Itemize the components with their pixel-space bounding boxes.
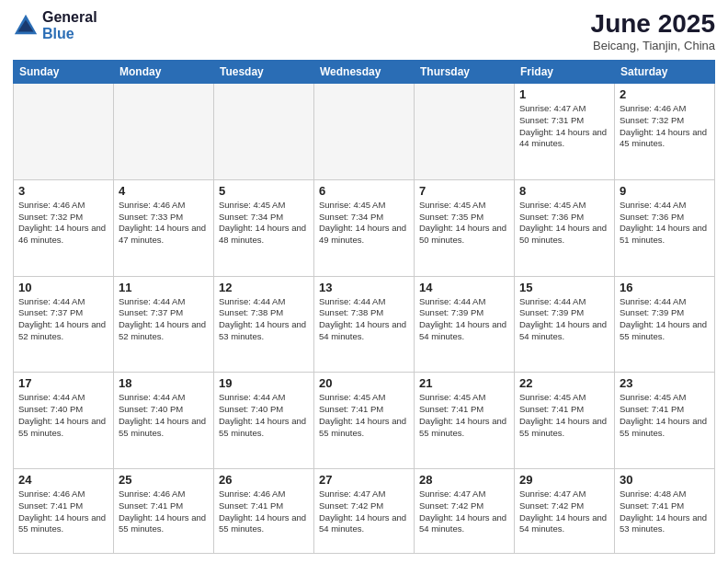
day-number: 4: [119, 184, 209, 198]
day-number: 28: [419, 473, 509, 487]
logo: General Blue: [13, 9, 97, 41]
logo-blue: Blue: [42, 26, 97, 42]
calendar-header-saturday: Saturday: [615, 61, 715, 84]
calendar-header-row: SundayMondayTuesdayWednesdayThursdayFrid…: [14, 61, 715, 84]
day-info: Sunrise: 4:48 AMSunset: 7:41 PMDaylight:…: [620, 488, 710, 535]
calendar: SundayMondayTuesdayWednesdayThursdayFrid…: [13, 60, 715, 554]
day-info: Sunrise: 4:45 AMSunset: 7:41 PMDaylight:…: [620, 392, 710, 439]
calendar-header-wednesday: Wednesday: [314, 61, 415, 84]
calendar-cell: 6Sunrise: 4:45 AMSunset: 7:34 PMDaylight…: [314, 179, 415, 276]
day-info: Sunrise: 4:47 AMSunset: 7:42 PMDaylight:…: [419, 488, 509, 535]
day-info: Sunrise: 4:44 AMSunset: 7:36 PMDaylight:…: [620, 200, 710, 247]
day-number: 25: [119, 473, 209, 487]
day-info: Sunrise: 4:44 AMSunset: 7:38 PMDaylight:…: [319, 296, 409, 343]
day-info: Sunrise: 4:46 AMSunset: 7:33 PMDaylight:…: [119, 200, 209, 247]
day-number: 10: [18, 281, 108, 294]
day-number: 1: [519, 87, 609, 101]
day-number: 23: [620, 376, 710, 390]
day-info: Sunrise: 4:45 AMSunset: 7:34 PMDaylight:…: [319, 200, 409, 247]
day-info: Sunrise: 4:44 AMSunset: 7:37 PMDaylight:…: [119, 296, 209, 343]
day-number: 8: [519, 184, 609, 198]
calendar-header-thursday: Thursday: [415, 61, 515, 84]
calendar-cell: [415, 84, 515, 180]
calendar-cell: 16Sunrise: 4:44 AMSunset: 7:39 PMDayligh…: [615, 276, 715, 373]
day-info: Sunrise: 4:44 AMSunset: 7:40 PMDaylight:…: [119, 392, 209, 439]
day-info: Sunrise: 4:45 AMSunset: 7:41 PMDaylight:…: [319, 392, 409, 439]
calendar-cell: 27Sunrise: 4:47 AMSunset: 7:42 PMDayligh…: [314, 469, 415, 554]
calendar-cell: 18Sunrise: 4:44 AMSunset: 7:40 PMDayligh…: [114, 373, 214, 469]
calendar-header-monday: Monday: [114, 61, 214, 84]
calendar-cell: 23Sunrise: 4:45 AMSunset: 7:41 PMDayligh…: [615, 373, 715, 469]
day-number: 7: [419, 184, 509, 198]
calendar-cell: 5Sunrise: 4:45 AMSunset: 7:34 PMDaylight…: [214, 179, 314, 276]
calendar-cell: 29Sunrise: 4:47 AMSunset: 7:42 PMDayligh…: [515, 469, 615, 554]
calendar-cell: 24Sunrise: 4:46 AMSunset: 7:41 PMDayligh…: [14, 469, 114, 554]
day-info: Sunrise: 4:45 AMSunset: 7:36 PMDaylight:…: [519, 200, 609, 247]
calendar-week-3: 10Sunrise: 4:44 AMSunset: 7:37 PMDayligh…: [14, 276, 715, 373]
page: General Blue June 2025 Beicang, Tianjin,…: [0, 0, 728, 563]
calendar-cell: 2Sunrise: 4:46 AMSunset: 7:32 PMDaylight…: [615, 84, 715, 180]
calendar-cell: [14, 84, 114, 180]
calendar-cell: 3Sunrise: 4:46 AMSunset: 7:32 PMDaylight…: [14, 179, 114, 276]
calendar-header-friday: Friday: [515, 61, 615, 84]
day-number: 27: [319, 473, 409, 487]
day-info: Sunrise: 4:47 AMSunset: 7:42 PMDaylight:…: [319, 488, 409, 535]
day-number: 21: [419, 376, 509, 390]
logo-general: General: [42, 9, 97, 26]
calendar-header-tuesday: Tuesday: [214, 61, 314, 84]
calendar-cell: 20Sunrise: 4:45 AMSunset: 7:41 PMDayligh…: [314, 373, 415, 469]
day-info: Sunrise: 4:44 AMSunset: 7:40 PMDaylight:…: [18, 392, 108, 439]
day-number: 12: [219, 281, 309, 294]
calendar-cell: 25Sunrise: 4:46 AMSunset: 7:41 PMDayligh…: [114, 469, 214, 554]
day-info: Sunrise: 4:45 AMSunset: 7:34 PMDaylight:…: [219, 200, 309, 247]
calendar-cell: 19Sunrise: 4:44 AMSunset: 7:40 PMDayligh…: [214, 373, 314, 469]
day-number: 5: [219, 184, 309, 198]
day-info: Sunrise: 4:45 AMSunset: 7:35 PMDaylight:…: [419, 200, 509, 247]
day-info: Sunrise: 4:44 AMSunset: 7:39 PMDaylight:…: [519, 296, 609, 343]
location: Beicang, Tianjin, China: [591, 39, 715, 52]
day-info: Sunrise: 4:46 AMSunset: 7:41 PMDaylight:…: [219, 488, 309, 535]
day-info: Sunrise: 4:47 AMSunset: 7:42 PMDaylight:…: [519, 488, 609, 535]
day-number: 26: [219, 473, 309, 487]
calendar-cell: 12Sunrise: 4:44 AMSunset: 7:38 PMDayligh…: [214, 276, 314, 373]
calendar-cell: 7Sunrise: 4:45 AMSunset: 7:35 PMDaylight…: [415, 179, 515, 276]
day-info: Sunrise: 4:45 AMSunset: 7:41 PMDaylight:…: [419, 392, 509, 439]
day-number: 29: [519, 473, 609, 487]
day-number: 11: [119, 281, 209, 294]
day-number: 15: [519, 281, 609, 294]
day-info: Sunrise: 4:44 AMSunset: 7:39 PMDaylight:…: [419, 296, 509, 343]
day-number: 22: [519, 376, 609, 390]
calendar-week-1: 1Sunrise: 4:47 AMSunset: 7:31 PMDaylight…: [14, 84, 715, 180]
day-number: 16: [620, 281, 710, 294]
calendar-cell: 26Sunrise: 4:46 AMSunset: 7:41 PMDayligh…: [214, 469, 314, 554]
day-info: Sunrise: 4:44 AMSunset: 7:40 PMDaylight:…: [219, 392, 309, 439]
day-info: Sunrise: 4:46 AMSunset: 7:32 PMDaylight:…: [18, 200, 108, 247]
calendar-cell: 9Sunrise: 4:44 AMSunset: 7:36 PMDaylight…: [615, 179, 715, 276]
calendar-header-sunday: Sunday: [14, 61, 114, 84]
day-number: 14: [419, 281, 509, 294]
calendar-cell: 30Sunrise: 4:48 AMSunset: 7:41 PMDayligh…: [615, 469, 715, 554]
day-number: 9: [620, 184, 710, 198]
day-info: Sunrise: 4:46 AMSunset: 7:32 PMDaylight:…: [620, 103, 710, 150]
calendar-cell: 28Sunrise: 4:47 AMSunset: 7:42 PMDayligh…: [415, 469, 515, 554]
header: General Blue June 2025 Beicang, Tianjin,…: [13, 9, 715, 52]
calendar-cell: 14Sunrise: 4:44 AMSunset: 7:39 PMDayligh…: [415, 276, 515, 373]
month-title: June 2025: [591, 9, 715, 39]
calendar-cell: 10Sunrise: 4:44 AMSunset: 7:37 PMDayligh…: [14, 276, 114, 373]
logo-text: General Blue: [42, 9, 97, 41]
day-number: 13: [319, 281, 409, 294]
calendar-week-4: 17Sunrise: 4:44 AMSunset: 7:40 PMDayligh…: [14, 373, 715, 469]
day-number: 24: [18, 473, 108, 487]
day-number: 6: [319, 184, 409, 198]
day-number: 3: [18, 184, 108, 198]
day-info: Sunrise: 4:44 AMSunset: 7:39 PMDaylight:…: [620, 296, 710, 343]
day-number: 19: [219, 376, 309, 390]
logo-icon: [13, 13, 39, 39]
calendar-cell: 11Sunrise: 4:44 AMSunset: 7:37 PMDayligh…: [114, 276, 214, 373]
calendar-cell: 22Sunrise: 4:45 AMSunset: 7:41 PMDayligh…: [515, 373, 615, 469]
day-number: 2: [620, 87, 710, 101]
calendar-cell: [314, 84, 415, 180]
day-number: 17: [18, 376, 108, 390]
calendar-week-2: 3Sunrise: 4:46 AMSunset: 7:32 PMDaylight…: [14, 179, 715, 276]
calendar-cell: [214, 84, 314, 180]
